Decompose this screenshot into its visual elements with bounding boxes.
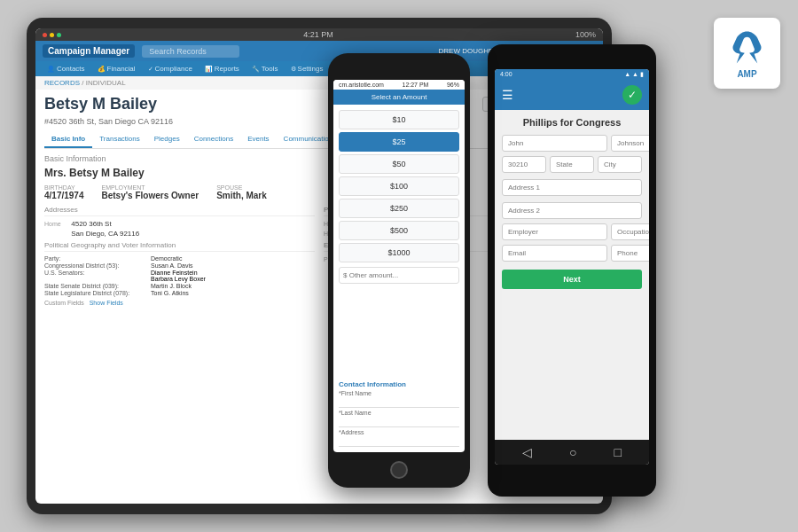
address-input[interactable] [339,436,459,447]
show-fields-link[interactable]: Show Fields [90,300,123,306]
lastname-input[interactable] [339,417,459,427]
back-button[interactable]: ◁ [522,445,532,459]
reports-icon: 📊 [205,66,213,73]
birthday-label: BIRTHDAY [44,184,84,191]
android-header: ☰ ✓ [495,80,649,110]
phone-input[interactable] [611,245,649,262]
amount-100[interactable]: $100 [339,176,459,196]
nav-reports[interactable]: 📊 Reports [199,61,246,76]
amount-1000[interactable]: $1000 [339,243,459,262]
tab-basic-info[interactable]: Basic Info [44,131,92,148]
employment-value: Betsy's Flowers Owner [102,191,200,200]
contact-info-title: Contact Information [339,380,459,388]
amount-250[interactable]: $250 [339,199,459,218]
employment-label: EMPLOYMENT [102,184,200,191]
other-amount-input[interactable] [339,267,459,284]
hamburger-icon[interactable]: ☰ [502,88,513,102]
home-address-line2: San Diego, CA 92116 [44,230,315,238]
nav-tools[interactable]: 🔧 Tools [246,61,285,76]
nav-financial-label: Financial [107,65,136,73]
nav-settings[interactable]: ⚙ Settings [285,61,330,76]
select-amount-title: Select an Amount [372,93,427,101]
nav-financial[interactable]: 💰 Financial [91,61,142,76]
nav-contacts-label: Contacts [57,65,85,73]
android-icons: ▲ ▲ ▮ [624,71,644,78]
spouse-field: SPOUSE Smith, Mark [216,184,267,200]
birthday-value: 4/17/1974 [44,191,84,200]
close-dot[interactable] [43,33,47,37]
address1-input[interactable] [502,179,642,196]
firstname-input[interactable] [339,397,459,408]
nav-contacts[interactable]: 👤 Contacts [41,61,91,76]
tab-connections[interactable]: Connections [187,131,240,148]
breadcrumb-records[interactable]: RECORDS [44,79,80,87]
section-title: Basic Information [44,154,106,163]
state-leg-label: State Legislature District (078): [44,290,151,296]
tools-icon: 🔧 [252,66,260,73]
state-input[interactable] [550,156,594,173]
iphone-status-bar: cm.aristotle.com 12:27 PM 96% [333,80,465,90]
address-label: *Address [339,429,459,435]
address2-input[interactable] [502,202,642,219]
android-nav-bar: ◁ ○ □ [495,440,649,465]
iphone-screen: cm.aristotle.com 12:27 PM 96% Select an … [333,80,465,452]
android-content: Phillips for Congress Next [495,110,649,440]
nav-reports-label: Reports [215,65,239,73]
android: 4:00 ▲ ▲ ▮ ☰ ✓ Phillips for Congress [488,44,656,497]
amp-icon-svg [727,27,767,67]
nav-settings-label: Settings [298,65,324,73]
amount-50[interactable]: $50 [339,154,459,174]
tablet-time: 4:21 PM [303,30,333,39]
minimize-dot[interactable] [50,33,54,37]
form-title: Phillips for Congress [502,117,642,128]
breadcrumb-separator: / [82,79,83,87]
state-senate-label: State Senate District (039): [44,283,151,289]
iphone-home-button[interactable] [390,461,408,479]
check-button[interactable]: ✓ [622,85,642,105]
settings-icon: ⚙ [291,66,296,73]
nav-tools-label: Tools [262,65,278,73]
nav-compliance[interactable]: ✓ Compliance [142,61,199,76]
iphone: cm.aristotle.com 12:27 PM 96% Select an … [328,53,470,488]
congressional-label: Congressional District (53): [44,262,151,269]
tab-transactions[interactable]: Transactions [92,131,147,148]
last-name-input[interactable] [611,135,649,152]
occupation-input[interactable] [611,223,649,240]
custom-fields-section: Custom Fields Show Fields [44,300,315,306]
next-button[interactable]: Next [502,270,642,289]
iphone-carrier: cm.aristotle.com [339,82,384,88]
city-input[interactable] [598,156,642,173]
amp-text: AMP [737,69,756,79]
home-address: Home 4520 36th St [44,220,315,228]
iphone-time: 12:27 PM [402,82,428,88]
compliance-icon: ✓ [148,66,153,73]
amount-500[interactable]: $500 [339,221,459,240]
nav-compliance-label: Compliance [155,65,192,73]
employment-field: EMPLOYMENT Betsy's Flowers Owner [102,184,200,200]
name-row [502,135,642,152]
contact-info-section: Contact Information *First Name *Last Na… [333,377,465,452]
spouse-label: SPOUSE [216,184,267,191]
employer-row [502,223,642,240]
recents-button[interactable]: □ [614,445,622,459]
senator1: Dianne Feinstein [151,270,206,276]
employer-input[interactable] [502,223,607,240]
search-input[interactable] [142,45,239,58]
maximize-dot[interactable] [57,33,61,37]
state-senate-value: Martin J. Block [151,283,192,289]
tablet-status-bar: 4:21 PM 100% [35,28,603,41]
home-button[interactable]: ○ [569,445,576,459]
birthday-field: BIRTHDAY 4/17/1974 [44,184,84,200]
tab-events[interactable]: Events [240,131,276,148]
first-name-input[interactable] [502,135,607,152]
lastname-label: *Last Name [339,410,459,416]
email-input[interactable] [502,245,607,262]
amount-25[interactable]: $25 [339,132,459,152]
senators-row: U.S. Senators: Dianne Feinstein Barbara … [44,270,315,282]
amount-10[interactable]: $10 [339,110,459,129]
zip-input[interactable] [502,156,546,173]
android-status-bar: 4:00 ▲ ▲ ▮ [495,69,649,80]
tab-pledges[interactable]: Pledges [147,131,187,148]
home-label: Home [44,221,69,227]
contact-row [502,245,642,262]
